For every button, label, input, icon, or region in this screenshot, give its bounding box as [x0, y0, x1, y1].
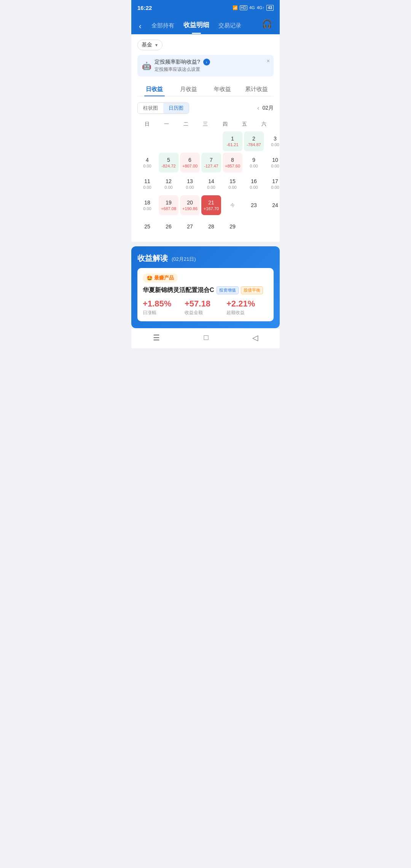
calendar-cell[interactable]: 110.00	[137, 174, 157, 194]
tab-all-holdings[interactable]: 全部持有	[147, 20, 179, 34]
chart-type-bar[interactable]: 柱状图	[138, 103, 163, 113]
dow-sun: 日	[137, 119, 157, 129]
signal-4g-icon: 4G	[249, 5, 255, 10]
day-number: 6	[188, 157, 191, 163]
day-value: +190.86	[182, 206, 198, 211]
metric-excess-return-value: +2.21%	[226, 299, 268, 309]
calendar-cell[interactable]: 30.00	[265, 131, 280, 151]
calendar-cell[interactable]: 40.00	[137, 153, 157, 172]
calendar-cell[interactable]: 160.00	[244, 174, 264, 194]
day-number: 12	[166, 178, 172, 184]
earnings-date: (02月21日)	[172, 256, 196, 262]
calendar-cell[interactable]: 25	[137, 217, 157, 236]
tab-daily-income[interactable]: 日收益	[137, 83, 172, 96]
day-number: 18	[144, 199, 150, 206]
calendar-cell[interactable]: 20+190.86	[180, 195, 200, 215]
day-number: 25	[144, 223, 150, 230]
day-value: 0.00	[143, 185, 151, 190]
metric-daily-gain-value: +1.85%	[143, 299, 185, 309]
nav-home-button[interactable]: □	[204, 333, 208, 342]
day-value: 0.00	[271, 142, 279, 147]
day-value: 0.00	[250, 164, 258, 168]
earnings-header: 收益解读 (02月21日)	[137, 253, 274, 263]
day-value: 0.00	[207, 185, 215, 190]
day-value: 0.00	[228, 185, 236, 190]
tab-yearly-income[interactable]: 年收益	[206, 83, 240, 96]
back-button[interactable]: ‹	[137, 20, 143, 32]
calendar-cell[interactable]: 90.00	[244, 153, 264, 172]
fund-selector-button[interactable]: 基金 ▼	[137, 40, 162, 50]
bottom-navigation: ☰ □ ◁	[131, 328, 280, 348]
day-number: 16	[251, 178, 257, 184]
earnings-title: 收益解读	[137, 254, 168, 262]
dow-thu: 四	[215, 119, 235, 129]
banner-text: 定投频率影响收益? › 定投频率应该这么设置	[155, 59, 269, 73]
month-navigation: ‹ 02月	[257, 105, 274, 112]
calendar-cell[interactable]: 120.00	[159, 174, 178, 194]
metrics-row: +1.85% 日涨幅 +57.18 收益金额 +2.21% 超额收益	[143, 299, 268, 316]
calendar-cell[interactable]: 24	[265, 195, 280, 215]
day-number: 4	[146, 157, 149, 163]
nav-back-button[interactable]: ◁	[252, 333, 258, 342]
calendar-cell[interactable]: 7-127.47	[201, 153, 221, 172]
calendar-cell[interactable]: 140.00	[201, 174, 221, 194]
day-number: 23	[251, 202, 257, 208]
day-value: 0.00	[250, 185, 258, 190]
status-time: 16:22	[137, 5, 152, 11]
day-number: 26	[166, 223, 172, 230]
tab-total-income[interactable]: 累计收益	[240, 83, 274, 96]
calendar-header: 日 一 二 三 四 五 六	[137, 119, 274, 129]
tab-trade-records[interactable]: 交易记录	[214, 20, 246, 34]
dow-sat: 六	[254, 119, 274, 129]
current-month-label: 02月	[262, 105, 274, 112]
day-value: +857.60	[225, 164, 240, 168]
calendar-cell[interactable]: 27	[180, 217, 200, 236]
tab-monthly-income[interactable]: 月收益	[172, 83, 206, 96]
day-number: 24	[272, 202, 278, 208]
calendar-cell[interactable]: 1-61.21	[223, 131, 242, 151]
calendar-cell[interactable]: 2-784.87	[244, 131, 264, 151]
tab-income-detail[interactable]: 收益明细	[179, 18, 214, 34]
calendar-cell	[244, 217, 264, 236]
main-content: 基金 ▼ 🤖 定投频率影响收益? › 定投频率应该这么设置 × 日收益 月收益 …	[131, 34, 280, 242]
chart-type-calendar[interactable]: 日历图	[163, 103, 189, 113]
calendar-cell[interactable]: 180.00	[137, 195, 157, 215]
day-number: 2	[252, 136, 255, 142]
day-number: 今	[230, 202, 235, 209]
banner-close-button[interactable]: ×	[267, 58, 270, 64]
header: ‹ 全部持有 收益明细 交易记录 🎧	[131, 14, 280, 34]
menu-icon: ☰	[153, 333, 160, 342]
calendar-cell[interactable]: 8+857.60	[223, 153, 242, 172]
day-number: 1	[231, 136, 234, 142]
badge-label: 最赚产品	[154, 274, 174, 281]
chart-type-row: 柱状图 日历图 ‹ 02月	[137, 102, 274, 114]
banner-arrow-icon[interactable]: ›	[203, 59, 210, 65]
home-icon: □	[204, 333, 208, 342]
calendar-cell[interactable]: 26	[159, 217, 178, 236]
dow-mon: 一	[157, 119, 176, 129]
day-value: -127.47	[204, 164, 218, 168]
calendar-cell[interactable]: 19+687.08	[159, 195, 178, 215]
calendar-cell	[137, 131, 157, 151]
nav-menu-button[interactable]: ☰	[153, 333, 160, 342]
month-prev-button[interactable]: ‹	[257, 105, 259, 112]
day-value: 0.00	[143, 206, 151, 211]
tag-investment-value: 投资增值	[217, 286, 239, 294]
calendar-cell[interactable]: 28	[201, 217, 221, 236]
calendar-cell[interactable]: 130.00	[180, 174, 200, 194]
battery-indicator: 43	[266, 5, 274, 11]
calendar-cell[interactable]: 5-824.72	[159, 153, 178, 172]
period-tabs: 日收益 月收益 年收益 累计收益	[137, 83, 274, 96]
day-value: 0.00	[143, 164, 151, 168]
calendar-cell[interactable]: 21+167.70	[201, 195, 221, 215]
calendar-cell[interactable]: 100.00	[265, 153, 280, 172]
service-icon[interactable]: 🎧	[260, 18, 274, 30]
day-value: -61.21	[226, 142, 238, 147]
calendar-cell[interactable]: 170.00	[265, 174, 280, 194]
calendar-cell[interactable]: 6+807.00	[180, 153, 200, 172]
calendar-cell[interactable]: 29	[223, 217, 242, 236]
calendar-cell	[201, 131, 221, 151]
day-number: 15	[229, 178, 236, 184]
calendar-cell[interactable]: 23	[244, 195, 264, 215]
calendar-cell[interactable]: 150.00	[223, 174, 242, 194]
